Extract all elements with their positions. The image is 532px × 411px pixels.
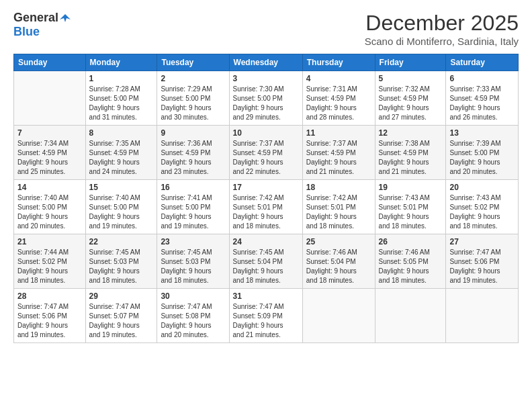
- day-info: Sunrise: 7:43 AMSunset: 5:02 PMDaylight:…: [449, 193, 515, 231]
- day-info: Sunrise: 7:34 AMSunset: 4:59 PMDaylight:…: [17, 139, 82, 177]
- day-number: 25: [306, 237, 371, 246]
- day-number: 20: [449, 183, 515, 192]
- day-info: Sunrise: 7:28 AMSunset: 5:00 PMDaylight:…: [89, 85, 154, 122]
- calendar-cell: 23Sunrise: 7:45 AMSunset: 5:03 PMDayligh…: [157, 234, 229, 289]
- calendar-cell: 20Sunrise: 7:43 AMSunset: 5:02 PMDayligh…: [446, 180, 519, 234]
- calendar-cell: 18Sunrise: 7:42 AMSunset: 5:01 PMDayligh…: [302, 180, 375, 234]
- day-number: 4: [306, 74, 371, 83]
- calendar-cell: 3Sunrise: 7:30 AMSunset: 5:00 PMDaylight…: [229, 71, 302, 126]
- calendar-cell: [375, 289, 446, 343]
- calendar-cell: 1Sunrise: 7:28 AMSunset: 5:00 PMDaylight…: [85, 71, 157, 126]
- day-number: 8: [89, 128, 154, 138]
- calendar-cell: 19Sunrise: 7:43 AMSunset: 5:01 PMDayligh…: [375, 180, 446, 234]
- day-number: 17: [233, 183, 299, 192]
- day-number: 13: [449, 128, 515, 138]
- day-number: 18: [306, 183, 371, 192]
- day-info: Sunrise: 7:42 AMSunset: 5:01 PMDaylight:…: [306, 193, 371, 231]
- calendar-cell: 8Sunrise: 7:35 AMSunset: 4:59 PMDaylight…: [85, 126, 157, 180]
- day-number: 19: [379, 183, 443, 192]
- calendar-cell: 30Sunrise: 7:47 AMSunset: 5:08 PMDayligh…: [157, 289, 229, 343]
- calendar-weekday-thursday: Thursday: [302, 54, 375, 71]
- day-info: Sunrise: 7:33 AMSunset: 4:59 PMDaylight:…: [449, 85, 515, 122]
- logo-line2: Blue: [13, 25, 40, 39]
- day-info: Sunrise: 7:42 AMSunset: 5:01 PMDaylight:…: [233, 193, 299, 231]
- logo-general-text: General: [13, 11, 58, 25]
- day-number: 6: [449, 74, 515, 83]
- calendar-cell: 28Sunrise: 7:47 AMSunset: 5:06 PMDayligh…: [14, 289, 86, 343]
- calendar-week-row: 21Sunrise: 7:44 AMSunset: 5:02 PMDayligh…: [14, 234, 519, 289]
- day-info: Sunrise: 7:45 AMSunset: 5:03 PMDaylight:…: [89, 248, 154, 285]
- logo-line1: General: [13, 11, 71, 25]
- day-info: Sunrise: 7:32 AMSunset: 4:59 PMDaylight:…: [379, 85, 443, 122]
- day-info: Sunrise: 7:47 AMSunset: 5:06 PMDaylight:…: [449, 248, 515, 285]
- calendar-weekday-monday: Monday: [85, 54, 157, 71]
- calendar-week-row: 1Sunrise: 7:28 AMSunset: 5:00 PMDaylight…: [14, 71, 519, 126]
- calendar-cell: 13Sunrise: 7:39 AMSunset: 5:00 PMDayligh…: [446, 126, 519, 180]
- day-number: 2: [161, 74, 225, 83]
- calendar-weekday-sunday: Sunday: [14, 54, 86, 71]
- day-info: Sunrise: 7:39 AMSunset: 5:00 PMDaylight:…: [449, 139, 515, 177]
- calendar-cell: 4Sunrise: 7:31 AMSunset: 4:59 PMDaylight…: [302, 71, 375, 126]
- day-info: Sunrise: 7:29 AMSunset: 5:00 PMDaylight:…: [161, 85, 225, 122]
- day-number: 27: [449, 237, 515, 246]
- calendar-cell: 6Sunrise: 7:33 AMSunset: 4:59 PMDaylight…: [446, 71, 519, 126]
- logo-bird-icon: [60, 13, 71, 24]
- day-info: Sunrise: 7:47 AMSunset: 5:07 PMDaylight:…: [89, 302, 154, 340]
- day-info: Sunrise: 7:47 AMSunset: 5:08 PMDaylight:…: [161, 302, 225, 340]
- calendar-cell: 22Sunrise: 7:45 AMSunset: 5:03 PMDayligh…: [85, 234, 157, 289]
- calendar-weekday-saturday: Saturday: [446, 54, 519, 71]
- calendar-week-row: 14Sunrise: 7:40 AMSunset: 5:00 PMDayligh…: [14, 180, 519, 234]
- location-title: Scano di Montiferro, Sardinia, Italy: [365, 36, 519, 47]
- day-number: 3: [233, 74, 299, 83]
- day-info: Sunrise: 7:37 AMSunset: 4:59 PMDaylight:…: [233, 139, 299, 177]
- calendar-cell: 9Sunrise: 7:36 AMSunset: 4:59 PMDaylight…: [157, 126, 229, 180]
- calendar-cell: 2Sunrise: 7:29 AMSunset: 5:00 PMDaylight…: [157, 71, 229, 126]
- calendar-cell: 26Sunrise: 7:46 AMSunset: 5:05 PMDayligh…: [375, 234, 446, 289]
- day-number: 22: [89, 237, 154, 246]
- day-info: Sunrise: 7:31 AMSunset: 4:59 PMDaylight:…: [306, 85, 371, 122]
- calendar-cell: 16Sunrise: 7:41 AMSunset: 5:00 PMDayligh…: [157, 180, 229, 234]
- day-info: Sunrise: 7:40 AMSunset: 5:00 PMDaylight:…: [17, 193, 82, 231]
- calendar-cell: 10Sunrise: 7:37 AMSunset: 4:59 PMDayligh…: [229, 126, 302, 180]
- calendar-cell: 27Sunrise: 7:47 AMSunset: 5:06 PMDayligh…: [446, 234, 519, 289]
- calendar-cell: 24Sunrise: 7:45 AMSunset: 5:04 PMDayligh…: [229, 234, 302, 289]
- day-info: Sunrise: 7:47 AMSunset: 5:09 PMDaylight:…: [233, 302, 299, 340]
- day-number: 31: [233, 291, 299, 301]
- day-number: 26: [379, 237, 443, 246]
- day-number: 12: [379, 128, 443, 138]
- day-number: 28: [17, 291, 82, 301]
- calendar-cell: 15Sunrise: 7:40 AMSunset: 5:00 PMDayligh…: [85, 180, 157, 234]
- day-info: Sunrise: 7:37 AMSunset: 4:59 PMDaylight:…: [306, 139, 371, 177]
- calendar-cell: 25Sunrise: 7:46 AMSunset: 5:04 PMDayligh…: [302, 234, 375, 289]
- calendar-cell: 29Sunrise: 7:47 AMSunset: 5:07 PMDayligh…: [85, 289, 157, 343]
- calendar-week-row: 28Sunrise: 7:47 AMSunset: 5:06 PMDayligh…: [14, 289, 519, 343]
- day-info: Sunrise: 7:46 AMSunset: 5:05 PMDaylight:…: [379, 248, 443, 285]
- day-number: 14: [17, 183, 82, 192]
- title-block: December 2025 Scano di Montiferro, Sardi…: [365, 11, 519, 47]
- calendar-cell: [302, 289, 375, 343]
- calendar-cell: 11Sunrise: 7:37 AMSunset: 4:59 PMDayligh…: [302, 126, 375, 180]
- calendar-weekday-tuesday: Tuesday: [157, 54, 229, 71]
- calendar-weekday-friday: Friday: [375, 54, 446, 71]
- day-info: Sunrise: 7:41 AMSunset: 5:00 PMDaylight:…: [161, 193, 225, 231]
- day-number: 1: [89, 74, 154, 83]
- day-info: Sunrise: 7:44 AMSunset: 5:02 PMDaylight:…: [17, 248, 82, 285]
- calendar-cell: 17Sunrise: 7:42 AMSunset: 5:01 PMDayligh…: [229, 180, 302, 234]
- calendar-week-row: 7Sunrise: 7:34 AMSunset: 4:59 PMDaylight…: [14, 126, 519, 180]
- day-info: Sunrise: 7:38 AMSunset: 4:59 PMDaylight:…: [379, 139, 443, 177]
- day-info: Sunrise: 7:47 AMSunset: 5:06 PMDaylight:…: [17, 302, 82, 340]
- day-number: 21: [17, 237, 82, 246]
- calendar-weekday-wednesday: Wednesday: [229, 54, 302, 71]
- day-number: 16: [161, 183, 225, 192]
- month-title: December 2025: [365, 11, 519, 36]
- calendar-cell: 7Sunrise: 7:34 AMSunset: 4:59 PMDaylight…: [14, 126, 86, 180]
- day-info: Sunrise: 7:36 AMSunset: 4:59 PMDaylight:…: [161, 139, 225, 177]
- logo-blue-text: Blue: [13, 25, 40, 38]
- day-number: 23: [161, 237, 225, 246]
- day-number: 9: [161, 128, 225, 138]
- day-number: 30: [161, 291, 225, 301]
- calendar-cell: 14Sunrise: 7:40 AMSunset: 5:00 PMDayligh…: [14, 180, 86, 234]
- day-info: Sunrise: 7:30 AMSunset: 5:00 PMDaylight:…: [233, 85, 299, 122]
- day-number: 10: [233, 128, 299, 138]
- calendar-cell: 5Sunrise: 7:32 AMSunset: 4:59 PMDaylight…: [375, 71, 446, 126]
